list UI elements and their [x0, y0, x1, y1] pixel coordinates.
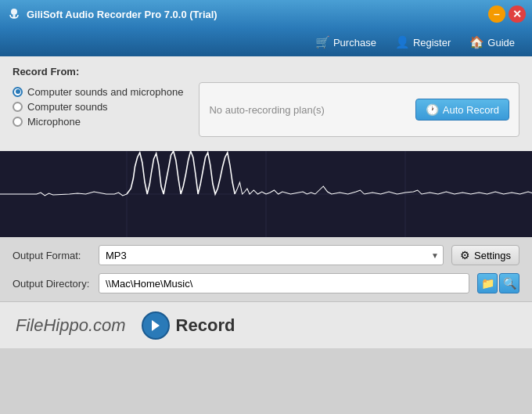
option-computer-sounds[interactable]: Computer sounds	[13, 101, 183, 113]
option-computer-and-mic[interactable]: Computer sounds and microphone	[13, 86, 183, 98]
close-button[interactable]: ✕	[509, 5, 526, 23]
directory-input[interactable]	[99, 273, 469, 293]
svg-point-0	[11, 9, 17, 15]
app-icon	[6, 6, 22, 22]
browse-folder-button[interactable]: 📁	[477, 273, 498, 293]
cart-icon: 🛒	[315, 35, 330, 49]
title-bar-left: GiliSoft Audio Recorder Pro 7.0.0 (Trial…	[6, 6, 217, 22]
format-select-wrapper: MP3 WAV WMA OGG FLAC AAC ▼	[99, 245, 444, 265]
waveform-svg	[0, 151, 532, 237]
radio-computer-sounds	[13, 102, 23, 112]
register-label: Register	[413, 37, 451, 49]
purchase-label: Purchase	[333, 37, 376, 49]
guide-nav-item[interactable]: 🏠 Guide	[462, 32, 523, 52]
main-content: Record From: Computer sounds and microph…	[0, 56, 532, 151]
no-plan-text: No auto-recording plan(s)	[209, 104, 324, 116]
format-select[interactable]: MP3 WAV WMA OGG FLAC AAC	[99, 245, 444, 265]
settings-label: Settings	[474, 250, 511, 261]
format-label: Output Format:	[13, 250, 91, 261]
purchase-nav-item[interactable]: 🛒 Purchase	[307, 32, 384, 52]
home-icon: 🏠	[469, 35, 484, 49]
directory-label: Output Directory:	[13, 278, 91, 290]
auto-record-button[interactable]: 🕐 Auto Record	[415, 99, 509, 121]
auto-record-panel: No auto-recording plan(s) 🕐 Auto Record	[199, 82, 519, 137]
directory-input-wrapper	[99, 273, 469, 293]
register-nav-item[interactable]: 👤 Register	[387, 32, 458, 52]
radio-microphone	[13, 117, 23, 127]
bottom-section: Output Format: MP3 WAV WMA OGG FLAC AAC …	[0, 237, 532, 301]
title-bar: GiliSoft Audio Recorder Pro 7.0.0 (Trial…	[0, 0, 532, 28]
auto-record-label: Auto Record	[443, 104, 499, 116]
directory-icons: 📁 🔍	[477, 273, 519, 293]
record-from-label: Record From:	[13, 66, 519, 77]
radio-inner	[16, 89, 20, 94]
svg-marker-6	[152, 320, 160, 331]
search-icon: 🔍	[503, 277, 516, 290]
minimize-button[interactable]: –	[488, 5, 505, 23]
directory-row: Output Directory: 📁 🔍	[13, 273, 519, 293]
gear-icon: ⚙	[460, 249, 470, 261]
clock-icon: 🕐	[426, 103, 439, 116]
folder-icon: 📁	[481, 277, 494, 290]
record-options: Computer sounds and microphone Computer …	[13, 86, 183, 128]
app-title: GiliSoft Audio Recorder Pro 7.0.0 (Trial…	[27, 9, 217, 20]
record-button-area[interactable]: Record	[142, 311, 235, 340]
record-text: Record	[176, 315, 235, 336]
window-controls: – ✕	[488, 5, 526, 23]
option-microphone[interactable]: Microphone	[13, 116, 183, 128]
play-triangle-icon	[150, 319, 161, 332]
settings-button[interactable]: ⚙ Settings	[451, 245, 519, 265]
option-label-microphone: Microphone	[27, 116, 81, 128]
format-row: Output Format: MP3 WAV WMA OGG FLAC AAC …	[13, 245, 519, 265]
filehippo-text: FileHippo.com	[16, 315, 126, 336]
guide-label: Guide	[487, 37, 515, 49]
record-from-row: Computer sounds and microphone Computer …	[13, 82, 519, 137]
search-directory-button[interactable]: 🔍	[499, 273, 519, 293]
footer: FileHippo.com Record	[0, 301, 532, 348]
user-icon: 👤	[395, 35, 410, 49]
radio-computer-and-mic	[13, 87, 23, 97]
nav-bar: 🛒 Purchase 👤 Register 🏠 Guide	[0, 28, 532, 56]
record-play-icon	[142, 311, 170, 340]
waveform-container	[0, 151, 532, 237]
option-label-computer-and-mic: Computer sounds and microphone	[27, 86, 183, 98]
option-label-computer-sounds: Computer sounds	[27, 101, 108, 113]
